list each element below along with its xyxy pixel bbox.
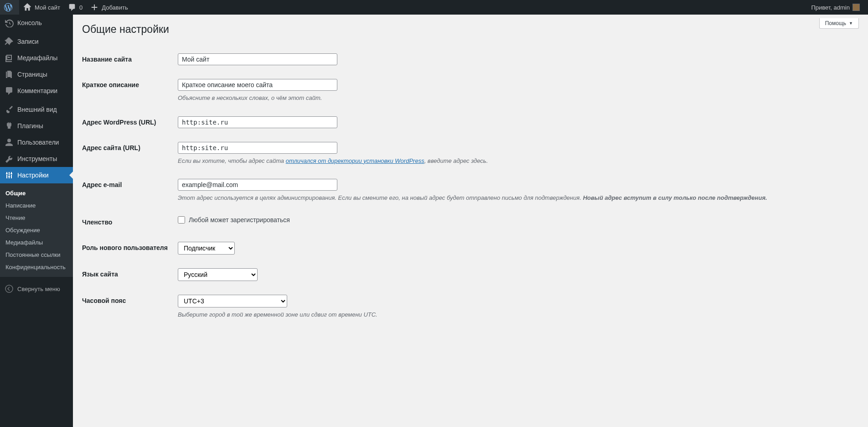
wp-logo[interactable] — [0, 0, 19, 15]
sidebar-item-label: Инструменты — [17, 155, 57, 162]
collapse-icon — [5, 284, 14, 293]
sliders-icon — [5, 171, 14, 180]
media-icon — [5, 53, 14, 62]
main-content: Помощь ▼ Общие настройки Название сайта … — [73, 15, 868, 335]
sidebar-item-label: Внешний вид — [17, 106, 57, 113]
comments-count: 0 — [79, 4, 83, 11]
default-role-label: Роль нового пользователя — [82, 235, 173, 261]
add-new-label: Добавить — [102, 4, 128, 11]
sidebar-item-comments[interactable]: Комментарии — [0, 83, 73, 99]
help-tab[interactable]: Помощь ▼ — [819, 18, 859, 29]
site-name-label: Мой сайт — [35, 4, 60, 11]
sidebar-item-label: Записи — [17, 38, 38, 45]
settings-form: Название сайта Краткое описание Объяснит… — [82, 47, 859, 326]
comment-icon — [67, 3, 77, 12]
siteurl-label: Адрес сайта (URL) — [82, 135, 173, 172]
sidebar-item-dashboard[interactable]: Консоль — [0, 15, 73, 31]
tagline-label: Краткое описание — [82, 72, 173, 109]
submenu-item-discussion[interactable]: Обсуждение — [0, 224, 73, 236]
tagline-desc: Объясните в нескольких словах, о чём это… — [178, 94, 854, 103]
plus-icon — [90, 3, 99, 12]
sidebar-item-users[interactable]: Пользователи — [0, 134, 73, 151]
submenu-item-general[interactable]: Общие — [0, 187, 73, 199]
page-icon — [5, 70, 14, 79]
submenu-item-privacy[interactable]: Конфиденциальность — [0, 261, 73, 273]
email-label: Адрес e-mail — [82, 172, 173, 209]
my-account[interactable]: Привет, admin — [807, 0, 863, 15]
membership-checkbox-label: Любой может зарегистрироваться — [189, 216, 290, 224]
sidebar-item-label: Консоль — [17, 19, 42, 26]
collapse-label: Свернуть меню — [17, 286, 60, 292]
sidebar-item-label: Комментарии — [17, 87, 57, 94]
sidebar-item-label: Плагины — [17, 122, 43, 130]
wordpress-icon — [4, 3, 13, 12]
user-icon — [5, 138, 14, 147]
wpurl-input[interactable] — [178, 116, 337, 128]
sidebar-item-label: Страницы — [17, 71, 47, 78]
brush-icon — [5, 105, 14, 114]
wpurl-label: Адрес WordPress (URL) — [82, 109, 173, 135]
email-input[interactable] — [178, 179, 337, 191]
pin-icon — [5, 37, 14, 46]
admin-bar: Мой сайт 0 Добавить Привет, admin — [0, 0, 868, 15]
sidebar-item-label: Медиафайлы — [17, 54, 57, 62]
membership-label: Членство — [82, 209, 173, 235]
collapse-menu[interactable]: Свернуть меню — [0, 281, 73, 297]
home-icon — [23, 3, 32, 12]
site-title-label: Название сайта — [82, 47, 173, 72]
timezone-desc: Выберите город в той же временной зоне и… — [178, 310, 854, 319]
sidebar-item-settings[interactable]: Настройки — [0, 167, 73, 183]
comments-link[interactable]: 0 — [64, 0, 86, 15]
add-new-link[interactable]: Добавить — [86, 0, 131, 15]
settings-submenu: Общие Написание Чтение Обсуждение Медиаф… — [0, 183, 73, 277]
avatar — [852, 4, 860, 11]
sidebar-item-label: Настройки — [17, 172, 49, 179]
sidebar-item-label: Пользователи — [17, 139, 59, 146]
chevron-down-icon: ▼ — [849, 21, 853, 26]
submenu-item-writing[interactable]: Написание — [0, 199, 73, 212]
siteurl-desc: Если вы хотите, чтобы адрес сайта отлича… — [178, 156, 854, 166]
site-name-link[interactable]: Мой сайт — [19, 0, 64, 15]
timezone-label: Часовой пояс — [82, 288, 173, 326]
siteurl-input[interactable] — [178, 142, 337, 154]
default-role-select[interactable]: Подписчик — [178, 242, 235, 255]
language-label: Язык сайта — [82, 261, 173, 288]
timezone-select[interactable]: UTC+3 — [178, 295, 287, 307]
svg-point-0 — [5, 285, 13, 292]
sidebar-item-appearance[interactable]: Внешний вид — [0, 101, 73, 118]
wrench-icon — [5, 154, 14, 163]
sidebar-item-posts[interactable]: Записи — [0, 33, 73, 50]
sidebar-item-pages[interactable]: Страницы — [0, 66, 73, 83]
language-select[interactable]: Русский — [178, 268, 258, 281]
submenu-item-media[interactable]: Медиафайлы — [0, 236, 73, 249]
sidebar-item-tools[interactable]: Инструменты — [0, 151, 73, 167]
plug-icon — [5, 121, 14, 130]
submenu-item-reading[interactable]: Чтение — [0, 212, 73, 224]
tagline-input[interactable] — [178, 79, 337, 91]
submenu-item-permalinks[interactable]: Постоянные ссылки — [0, 249, 73, 261]
membership-checkbox[interactable] — [178, 216, 185, 224]
greeting-label: Привет, admin — [811, 4, 850, 11]
help-label: Помощь — [825, 20, 846, 26]
page-title: Общие настройки — [82, 19, 859, 37]
site-title-input[interactable] — [178, 53, 337, 65]
dashboard-icon — [5, 18, 14, 27]
sidebar-item-media[interactable]: Медиафайлы — [0, 50, 73, 66]
siteurl-desc-link[interactable]: отличался от директории установки WordPr… — [286, 157, 424, 164]
comment-icon — [5, 86, 14, 95]
sidebar-item-plugins[interactable]: Плагины — [0, 118, 73, 134]
admin-sidebar: Консоль Записи Медиафайлы Страницы Комме… — [0, 15, 73, 335]
email-desc: Этот адрес используется в целях админист… — [178, 193, 854, 203]
